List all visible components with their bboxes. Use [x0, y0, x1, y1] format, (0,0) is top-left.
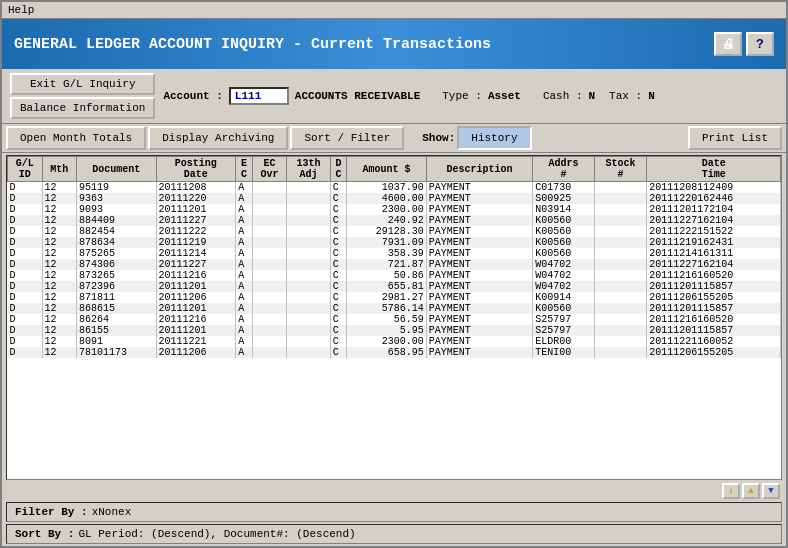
table-cell: 875265 [77, 248, 157, 259]
account-label: Account : [163, 90, 222, 102]
display-archiving-button[interactable]: Display Archiving [148, 126, 288, 150]
print-list-button[interactable]: Print List [688, 126, 782, 150]
table-cell: PAYMENT [426, 314, 533, 325]
account-input[interactable] [229, 87, 289, 105]
table-cell: 12 [42, 292, 77, 303]
table-cell: 20111201115857 [647, 281, 781, 292]
scroll-bottom-button[interactable]: ⬇ [722, 483, 740, 499]
table-cell: 20111227162104 [647, 215, 781, 226]
table-cell: 20111227 [156, 259, 236, 270]
table-cell: 12 [42, 215, 77, 226]
table-cell: 20111206155205 [647, 347, 781, 358]
table-row[interactable]: D1287863420111219AC7931.09PAYMENTK005602… [8, 237, 781, 248]
table-cell [287, 325, 331, 336]
account-bar: Exit G/L Inquiry Balance Information Acc… [2, 69, 786, 124]
table-row[interactable]: D12936320111220AC4600.00PAYMENTS00925201… [8, 193, 781, 204]
table-cell: 12 [42, 314, 77, 325]
table-cell: D [8, 314, 43, 325]
account-name: ACCOUNTS RECEIVABLE [295, 90, 420, 102]
table-cell [287, 193, 331, 204]
table-cell: A [236, 226, 253, 237]
table-cell [594, 336, 647, 347]
table-cell: 12 [42, 325, 77, 336]
table-row[interactable]: D12909320111201AC2300.00PAYMENTN03914201… [8, 204, 781, 215]
table-row[interactable]: D128615520111201AC5.95PAYMENTS2579720111… [8, 325, 781, 336]
table-row[interactable]: D1288440920111227AC240.92PAYMENTK0056020… [8, 215, 781, 226]
filter-label: Filter By : [15, 506, 88, 518]
sort-filter-button[interactable]: Sort / Filter [290, 126, 404, 150]
table-cell: A [236, 270, 253, 281]
col-posting-date: PostingDate [156, 157, 236, 182]
table-cell: D [8, 347, 43, 358]
table-cell [287, 237, 331, 248]
table-cell: 20111201172104 [647, 204, 781, 215]
table-row[interactable]: D12809120111221AC2300.00PAYMENTELDR00201… [8, 336, 781, 347]
table-cell: 20111219162431 [647, 237, 781, 248]
page-title: GENERAL LEDGER ACCOUNT INQUIRY - Current… [14, 36, 714, 53]
table-row[interactable]: D127810117320111206AC658.95PAYMENTTENI00… [8, 347, 781, 358]
col-description: Description [426, 157, 533, 182]
col-addrs: Addrs# [533, 157, 595, 182]
table-cell: 78101173 [77, 347, 157, 358]
table-cell: A [236, 347, 253, 358]
scroll-up-button[interactable]: ▲ [742, 483, 760, 499]
table-cell: D [8, 237, 43, 248]
table-cell: 20111220 [156, 193, 236, 204]
table-cell: 5786.14 [347, 303, 427, 314]
table-cell [594, 270, 647, 281]
col-document: Document [77, 157, 157, 182]
show-history-button[interactable]: History [457, 126, 531, 150]
table-cell [252, 314, 287, 325]
table-cell: 2300.00 [347, 204, 427, 215]
table-cell: PAYMENT [426, 204, 533, 215]
table-row[interactable]: D1287326520111216AC50.86PAYMENTW04702201… [8, 270, 781, 281]
col-dc: DC [330, 157, 347, 182]
open-month-totals-button[interactable]: Open Month Totals [6, 126, 146, 150]
table-cell [594, 182, 647, 194]
exit-gl-inquiry-button[interactable]: Exit G/L Inquiry [10, 73, 155, 95]
table-cell: PAYMENT [426, 226, 533, 237]
table-cell: PAYMENT [426, 303, 533, 314]
table-cell: C [330, 204, 347, 215]
table-cell: C [330, 281, 347, 292]
help-icon-button[interactable]: ? [746, 32, 774, 56]
scroll-down-button[interactable]: ▼ [762, 483, 780, 499]
table-cell: W04702 [533, 259, 595, 270]
transactions-table: G/LID Mth Document PostingDate EC ECOvr … [7, 156, 781, 358]
table-cell: ELDR00 [533, 336, 595, 347]
table-cell [252, 226, 287, 237]
table-row[interactable]: D1287430620111227AC721.87PAYMENTW0470220… [8, 259, 781, 270]
table-cell: 4600.00 [347, 193, 427, 204]
table-cell: 882454 [77, 226, 157, 237]
balance-information-button[interactable]: Balance Information [10, 97, 155, 119]
table-cell: D [8, 270, 43, 281]
scroll-up-icon: ▲ [748, 486, 753, 496]
table-cell [287, 314, 331, 325]
table-cell: A [236, 325, 253, 336]
table-cell: S25797 [533, 314, 595, 325]
table-cell: 20111214 [156, 248, 236, 259]
type-value: Asset [488, 90, 521, 102]
menu-help[interactable]: Help [8, 4, 34, 16]
title-bar: GENERAL LEDGER ACCOUNT INQUIRY - Current… [2, 19, 786, 69]
table-cell: 20111227162104 [647, 259, 781, 270]
table-cell [252, 182, 287, 194]
table-cell: D [8, 248, 43, 259]
table-row[interactable]: D1287181120111206AC2981.27PAYMENTK009142… [8, 292, 781, 303]
table-row[interactable]: D1287526520111214AC358.39PAYMENTK0056020… [8, 248, 781, 259]
table-cell: 12 [42, 303, 77, 314]
table-cell: 20111227 [156, 215, 236, 226]
table-cell [287, 292, 331, 303]
table-row[interactable]: D128626420111216AC56.59PAYMENTS257972011… [8, 314, 781, 325]
table-row[interactable]: D1287239620111201AC655.81PAYMENTW0470220… [8, 281, 781, 292]
print-icon-button[interactable]: 🖨 [714, 32, 742, 56]
table-cell: 658.95 [347, 347, 427, 358]
table-row[interactable]: D1286861520111201AC5786.14PAYMENTK005602… [8, 303, 781, 314]
table-cell: D [8, 215, 43, 226]
table-row[interactable]: D129511920111208AC1037.90PAYMENTC0173020… [8, 182, 781, 194]
table-row[interactable]: D1288245420111222AC29128.30PAYMENTK00560… [8, 226, 781, 237]
table-cell: 1037.90 [347, 182, 427, 194]
table-cell [252, 237, 287, 248]
table-cell: 12 [42, 281, 77, 292]
table-cell [287, 259, 331, 270]
